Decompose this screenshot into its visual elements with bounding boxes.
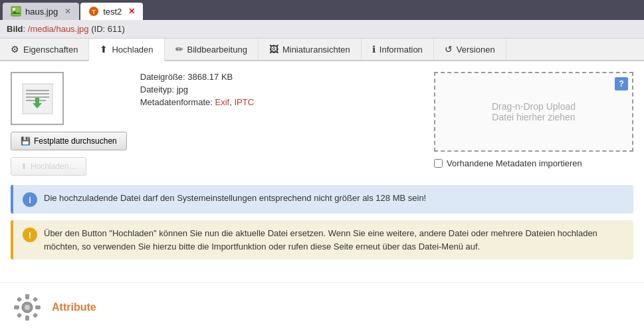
exif-link[interactable]: Exif xyxy=(215,97,230,107)
warning-icon: ! xyxy=(23,228,37,242)
drop-line2: Datei hierher ziehen xyxy=(492,112,575,122)
tab-close-icon[interactable]: ✕ xyxy=(64,7,71,16)
tab-hochladen[interactable]: ⬆ Hochladen xyxy=(89,39,164,61)
gear-icon: ⚙ xyxy=(11,44,19,55)
tab-haus-jpg[interactable]: haus.jpg ✕ xyxy=(3,3,79,20)
tab-label: test2 xyxy=(103,7,122,17)
tab-miniaturansichten[interactable]: 🖼 Miniaturansichten xyxy=(259,39,362,60)
info-text-yellow: Über den Button "Hochladen" können Sie n… xyxy=(44,227,624,253)
tab-eigenschaften[interactable]: ⚙ Eigenschaften xyxy=(0,39,89,60)
iptc-link[interactable]: IPTC xyxy=(234,97,254,107)
info-text-blue: Die hochzuladende Datei darf den Systeme… xyxy=(44,192,426,205)
tab-bar: haus.jpg ✕ T test2 ✕ xyxy=(0,0,644,20)
filesize-value: 3868.17 KB xyxy=(187,72,233,82)
filetype-label: Dateityp: xyxy=(140,84,174,94)
dropzone-area: Drag-n-Drop Upload Datei hierher ziehen … xyxy=(434,72,633,176)
tab-miniaturansichten-label: Miniaturansichten xyxy=(282,45,350,55)
left-panel: 💾 Festplatte durchsuchen ⬆ Hochladen… xyxy=(11,72,127,176)
metadata-import-checkbox[interactable] xyxy=(434,159,443,168)
thumbnail-icon: 🖼 xyxy=(269,44,278,55)
svg-text:T: T xyxy=(92,9,96,15)
browse-button[interactable]: 💾 Festplatte durchsuchen xyxy=(11,132,127,150)
image-icon xyxy=(11,6,21,17)
upload-btn-icon: ⬆ xyxy=(21,162,27,171)
tab-versionen[interactable]: ↺ Versionen xyxy=(434,39,506,60)
tab-test2[interactable]: T test2 ✕ xyxy=(80,3,143,20)
svg-rect-14 xyxy=(25,315,29,321)
drop-zone[interactable]: Drag-n-Drop Upload Datei hierher ziehen … xyxy=(434,72,633,152)
svg-rect-15 xyxy=(14,305,19,309)
filesize-label: Dateigröße: xyxy=(140,72,185,82)
svg-rect-17 xyxy=(17,297,22,302)
info-message-blue: i Die hochzuladende Datei darf den Syste… xyxy=(11,185,633,214)
file-preview xyxy=(11,72,64,125)
tab-hochladen-label: Hochladen xyxy=(112,45,153,55)
harddisk-icon: 💾 xyxy=(21,136,31,146)
breadcrumb-id: (ID: 611) xyxy=(91,24,125,34)
svg-rect-16 xyxy=(35,305,41,309)
metadata-import-row: Vorhandene Metadaten importieren xyxy=(434,158,633,168)
history-icon: ↺ xyxy=(445,44,453,55)
attribute-gear-icon xyxy=(11,291,44,324)
tab-bildbearbeitung[interactable]: ✏ Bildbearbeitung xyxy=(165,39,259,60)
breadcrumb: Bild: /media/haus.jpg (ID: 611) xyxy=(0,20,644,39)
tab-eigenschaften-label: Eigenschaften xyxy=(23,45,78,55)
svg-rect-20 xyxy=(33,313,38,318)
metadata-import-label[interactable]: Vorhandene Metadaten importieren xyxy=(447,158,582,168)
breadcrumb-path[interactable]: /media/haus.jpg xyxy=(28,24,89,34)
tab-bildbearbeitung-label: Bildbearbeitung xyxy=(187,45,247,55)
svg-point-1 xyxy=(13,8,15,11)
help-icon[interactable]: ? xyxy=(615,77,628,90)
metameta-label: Metadatenformate: xyxy=(140,97,213,107)
svg-point-12 xyxy=(25,305,30,310)
tab-close-icon[interactable]: ✕ xyxy=(128,7,135,16)
tab-label: haus.jpg xyxy=(25,7,58,17)
breadcrumb-prefix: Bild xyxy=(7,24,23,34)
upload-button[interactable]: ⬆ Hochladen… xyxy=(11,157,86,176)
nav-tabs: ⚙ Eigenschaften ⬆ Hochladen ✏ Bildbearbe… xyxy=(0,39,644,61)
filetype-value: jpg xyxy=(177,84,188,94)
tab-versionen-label: Versionen xyxy=(457,45,495,55)
typo3-icon: T xyxy=(88,6,99,17)
attribute-title: Attribute xyxy=(52,301,96,313)
info-icon: ℹ xyxy=(372,44,376,55)
info-circle-icon: i xyxy=(23,192,37,207)
svg-rect-18 xyxy=(33,297,38,302)
svg-rect-13 xyxy=(25,294,29,299)
info-message-yellow: ! Über den Button "Hochladen" können Sie… xyxy=(11,220,633,259)
attribute-section: Attribute xyxy=(0,282,644,332)
main-content: 💾 Festplatte durchsuchen ⬆ Hochladen… Da… xyxy=(0,61,644,277)
upload-icon: ⬆ xyxy=(100,44,108,55)
tab-information-label: Information xyxy=(379,45,423,55)
tab-information[interactable]: ℹ Information xyxy=(362,39,434,60)
file-metadata: Dateigröße: 3868.17 KB Dateityp: jpg Met… xyxy=(140,72,421,176)
svg-rect-19 xyxy=(17,313,22,318)
edit-icon: ✏ xyxy=(175,44,183,55)
svg-rect-0 xyxy=(11,7,21,16)
drop-line1: Drag-n-Drop Upload xyxy=(492,101,576,112)
